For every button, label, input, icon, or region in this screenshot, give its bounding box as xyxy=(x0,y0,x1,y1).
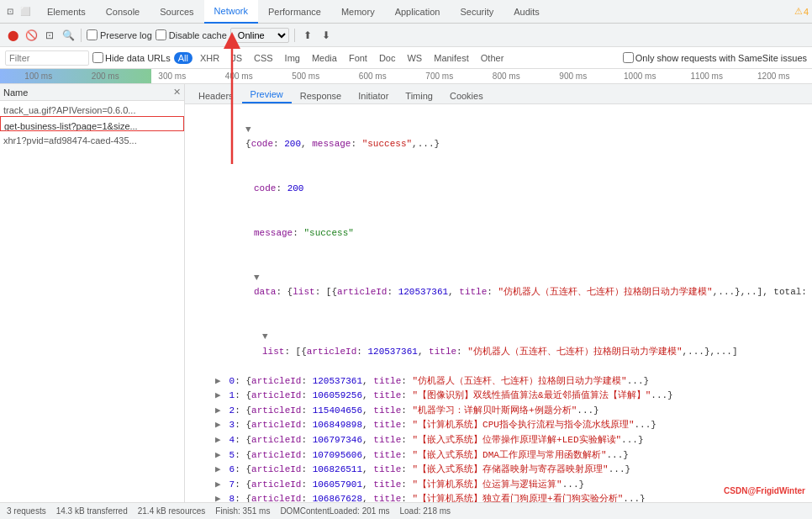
json-list-key: list xyxy=(262,347,284,357)
tab-application[interactable]: Application xyxy=(385,0,451,24)
json-aid-list-val: 120537361 xyxy=(367,347,417,357)
article-item-6[interactable]: ▶ 6: {articleId: 106826511, title: "【嵌入式… xyxy=(190,463,807,478)
article-toggle-6[interactable]: ▶ xyxy=(215,463,224,478)
article-id-val-0: 120537361 xyxy=(313,376,362,386)
article-suffix-1: ...} xyxy=(651,390,672,400)
search-button[interactable]: 🔍 xyxy=(61,28,76,43)
json-title-list: title xyxy=(429,347,456,357)
article-suffix-0: ...} xyxy=(627,376,649,386)
root-toggle[interactable]: ▼ xyxy=(245,123,254,138)
filter-button[interactable]: ⊡ xyxy=(42,28,57,43)
filter-img-btn[interactable]: Img xyxy=(281,52,304,64)
request-item-1[interactable]: get-business-list?page=1&size... xyxy=(0,116,184,131)
filter-other-btn[interactable]: Other xyxy=(477,52,509,64)
export-button[interactable]: ⬇ xyxy=(319,28,334,43)
data-toggle[interactable]: ▼ xyxy=(254,271,262,286)
filter-manifest-btn[interactable]: Manifest xyxy=(430,52,473,64)
tab-console[interactable]: Console xyxy=(96,0,150,24)
article-toggle-3[interactable]: ▶ xyxy=(215,418,224,433)
hide-data-urls-label[interactable]: Hide data URLs xyxy=(92,52,171,63)
detail-tab-response[interactable]: Response xyxy=(292,88,351,103)
json-title-list-val: "仿机器人（五连杆、七连杆）拉格朗日动力学建模" xyxy=(467,347,682,357)
article-items: ▶ 0: {articleId: 120537361, title: "仿机器人… xyxy=(190,374,807,502)
json-comma-1: , xyxy=(301,139,312,149)
tab-sources[interactable]: Sources xyxy=(150,0,203,24)
inspect-icon[interactable]: ⊡ xyxy=(3,5,17,19)
json-data-line[interactable]: ▼ data: {list: [{articleId: 120537361, t… xyxy=(190,256,807,315)
json-colon-code: : xyxy=(276,183,287,193)
samesite-label[interactable]: Only show requests with SameSite issues xyxy=(623,52,807,63)
json-colon-2: : xyxy=(351,139,361,149)
json-code-value: 200 xyxy=(287,183,304,193)
filter-ws-btn[interactable]: WS xyxy=(403,52,426,64)
colon-aid-list: : xyxy=(356,347,367,357)
article-toggle-0[interactable]: ▶ xyxy=(215,374,224,389)
article-toggle-5[interactable]: ▶ xyxy=(215,448,224,463)
article-id-key-3: articleId xyxy=(251,420,301,430)
tab-performance[interactable]: Performance xyxy=(258,0,331,24)
article-toggle-4[interactable]: ▶ xyxy=(215,433,224,448)
filter-doc-btn[interactable]: Doc xyxy=(375,52,400,64)
article-toggle-7[interactable]: ▶ xyxy=(215,478,224,493)
device-icon[interactable]: ⬜ xyxy=(18,5,32,19)
json-root-bracket: { xyxy=(245,139,251,149)
tab-elements[interactable]: Elements xyxy=(37,0,96,24)
preserve-log-checkbox[interactable] xyxy=(87,29,98,40)
filter-media-btn[interactable]: Media xyxy=(308,52,341,64)
article-item-1[interactable]: ▶ 1: {articleId: 106059256, title: "【图像识… xyxy=(190,389,807,404)
json-aid-val-inline: 120537361 xyxy=(398,287,448,297)
filter-input[interactable] xyxy=(5,50,89,66)
article-toggle-2[interactable]: ▶ xyxy=(215,404,224,419)
warning-icon: ⚠ xyxy=(794,6,803,17)
article-toggle-1[interactable]: ▶ xyxy=(215,389,224,404)
article-id-key-6: articleId xyxy=(251,464,301,474)
article-item-7[interactable]: ▶ 7: {articleId: 106057901, title: "【计算机… xyxy=(190,478,807,493)
requests-header-close[interactable]: ✕ xyxy=(173,87,181,98)
disable-cache-checkbox[interactable] xyxy=(156,29,166,40)
separator-2 xyxy=(294,29,295,42)
record-button[interactable]: ⬤ xyxy=(5,28,20,43)
detail-tab-timing[interactable]: Timing xyxy=(397,88,441,103)
filter-js-btn[interactable]: JS xyxy=(227,52,246,64)
json-root-line[interactable]: ▼ {code: 200, message: "success",...} xyxy=(190,108,807,167)
json-colon-msg: : xyxy=(293,228,303,238)
throttle-select[interactable]: Online xyxy=(230,28,289,43)
article-index-7: 7 xyxy=(229,479,235,490)
article-item-2[interactable]: ▶ 2: {articleId: 115404656, title: "机器学习… xyxy=(190,404,807,419)
disable-cache-label[interactable]: Disable cache xyxy=(156,29,227,40)
detail-tab-preview[interactable]: Preview xyxy=(242,87,292,103)
json-message-key-2: message xyxy=(254,228,293,238)
article-item-8[interactable]: ▶ 8: {articleId: 106867628, title: "【计算机… xyxy=(190,492,807,502)
tab-memory[interactable]: Memory xyxy=(331,0,385,24)
json-title-inline: title xyxy=(459,287,487,297)
article-item-0[interactable]: ▶ 0: {articleId: 120537361, title: "仿机器人… xyxy=(190,374,807,389)
json-message-key: message xyxy=(312,139,351,149)
tab-audits[interactable]: Audits xyxy=(504,0,550,24)
article-title-key-0: title xyxy=(373,376,401,386)
list-toggle[interactable]: ▼ xyxy=(262,330,271,345)
request-item-0[interactable]: track_ua.gif?APIVersion=0.6.0... xyxy=(0,101,184,116)
request-item-2[interactable]: xhr1?pvid=afd98474-caed-435... xyxy=(0,131,184,146)
filter-font-btn[interactable]: Font xyxy=(345,52,372,64)
filter-all-btn[interactable]: All xyxy=(174,52,192,64)
article-item-3[interactable]: ▶ 3: {articleId: 106849898, title: "【计算机… xyxy=(190,418,807,433)
json-ellipsis-1: ,...} xyxy=(412,139,440,149)
json-list-key-inline: list xyxy=(293,287,314,297)
clear-button[interactable]: 🚫 xyxy=(24,28,39,43)
json-list-line[interactable]: ▼ list: [{articleId: 120537361, title: "… xyxy=(190,315,807,373)
samesite-checkbox[interactable] xyxy=(623,52,634,63)
detail-tab-headers[interactable]: Headers xyxy=(190,88,242,103)
tab-security[interactable]: Security xyxy=(450,0,504,24)
article-item-4[interactable]: ▶ 4: {articleId: 106797346, title: "【嵌入式… xyxy=(190,433,807,448)
detail-panel: Headers Preview Response Initiator Timin… xyxy=(185,84,812,502)
tab-network[interactable]: Network xyxy=(204,0,258,24)
article-toggle-8[interactable]: ▶ xyxy=(215,492,224,502)
detail-tab-cookies[interactable]: Cookies xyxy=(441,88,492,103)
preserve-log-label[interactable]: Preserve log xyxy=(87,29,152,40)
detail-tab-initiator[interactable]: Initiator xyxy=(350,88,397,103)
hide-data-urls-checkbox[interactable] xyxy=(92,52,103,63)
article-item-5[interactable]: ▶ 5: {articleId: 107095606, title: "【嵌入式… xyxy=(190,448,807,463)
import-button[interactable]: ⬆ xyxy=(300,28,315,43)
filter-xhr-btn[interactable]: XHR xyxy=(196,52,224,64)
filter-css-btn[interactable]: CSS xyxy=(250,52,277,64)
